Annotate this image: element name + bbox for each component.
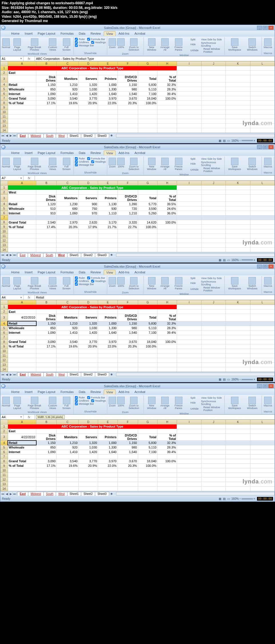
- row-header[interactable]: 12: [1, 238, 8, 243]
- col-header[interactable]: C: [57, 61, 79, 66]
- cell[interactable]: [158, 229, 177, 234]
- cell[interactable]: 1,000: [98, 82, 117, 87]
- ribbon-small-button[interactable]: Split: [186, 396, 196, 400]
- cell[interactable]: [158, 367, 177, 372]
- ribbon-button[interactable]: 100%: [117, 38, 125, 49]
- ribbon-button[interactable]: Freeze Panes: [171, 157, 186, 171]
- ribbon-button[interactable]: Full Screen: [61, 38, 73, 52]
- cell[interactable]: [98, 358, 117, 362]
- ribbon-check[interactable]: Gridlines: [75, 399, 89, 402]
- cell[interactable]: [177, 339, 201, 344]
- ribbon-button[interactable]: Zoom to Selection: [125, 276, 142, 291]
- cell[interactable]: [201, 335, 226, 339]
- cell[interactable]: [250, 124, 274, 128]
- close-button[interactable]: ×: [268, 145, 274, 149]
- cell[interactable]: [57, 486, 79, 491]
- sheet-tab[interactable]: Sheet3: [95, 372, 109, 376]
- cell[interactable]: 21.7%: [98, 225, 117, 229]
- cell[interactable]: [158, 105, 177, 110]
- cell[interactable]: [57, 468, 79, 473]
- col-header[interactable]: G: [138, 300, 157, 305]
- ribbon-button[interactable]: Normal: [2, 276, 10, 288]
- col-header[interactable]: D: [79, 181, 98, 185]
- cell[interactable]: Grand Total: [8, 459, 36, 463]
- cell[interactable]: 3,770: [79, 96, 98, 101]
- cell[interactable]: [250, 82, 274, 87]
- formula-content[interactable]: Retail: [35, 295, 274, 300]
- cell[interactable]: [117, 114, 138, 119]
- col-header[interactable]: H: [158, 61, 177, 66]
- cell[interactable]: [158, 114, 177, 119]
- cell[interactable]: [250, 119, 274, 124]
- cell[interactable]: [98, 335, 117, 339]
- name-box[interactable]: A7 ▾: [1, 176, 23, 180]
- zoom-control[interactable]: 160%−+: [232, 497, 255, 500]
- cell[interactable]: [117, 473, 138, 477]
- cell[interactable]: Wholesale: [8, 445, 36, 450]
- cell[interactable]: [117, 309, 138, 314]
- cell[interactable]: 1,000: [98, 440, 117, 445]
- cell[interactable]: [201, 330, 226, 335]
- col-header[interactable]: B: [36, 420, 57, 424]
- ribbon-button[interactable]: Save Workspace: [226, 38, 243, 52]
- row-header[interactable]: 6: [1, 211, 8, 216]
- col-header[interactable]: E: [98, 420, 117, 424]
- cell[interactable]: 19.6%: [57, 101, 79, 105]
- cell[interactable]: [57, 243, 79, 248]
- cell[interactable]: [201, 445, 226, 450]
- cell[interactable]: [177, 238, 201, 243]
- ribbon-small-button[interactable]: Unhide: [186, 48, 199, 53]
- cell[interactable]: 100.0%: [158, 459, 177, 463]
- col-header[interactable]: I: [177, 300, 201, 305]
- menu-item[interactable]: Home: [9, 31, 22, 36]
- cell[interactable]: [98, 190, 117, 195]
- cell[interactable]: [250, 101, 274, 105]
- tab-prev-icon[interactable]: ◀: [5, 373, 9, 376]
- ribbon-button[interactable]: New Window: [145, 396, 159, 410]
- cell[interactable]: [226, 119, 250, 124]
- ribbon-button[interactable]: Zoom: [108, 38, 116, 49]
- cell[interactable]: [177, 110, 201, 114]
- col-header[interactable]: F: [117, 181, 138, 185]
- row-header[interactable]: 9: [1, 463, 8, 468]
- cell[interactable]: [177, 119, 201, 124]
- cell[interactable]: Retail: [8, 202, 36, 206]
- sheet-tab[interactable]: Sheet1: [67, 253, 81, 257]
- cell[interactable]: [57, 353, 79, 358]
- cell[interactable]: 1,030: [79, 326, 98, 330]
- cell[interactable]: [250, 445, 274, 450]
- cell[interactable]: [36, 335, 57, 339]
- cell[interactable]: [177, 75, 201, 82]
- ribbon-button[interactable]: Zoom to Selection: [125, 157, 142, 171]
- cell[interactable]: [98, 114, 117, 119]
- header-cell[interactable]: Printers: [98, 75, 117, 82]
- cell[interactable]: [201, 314, 226, 321]
- sheet-tab[interactable]: Sheet3: [95, 134, 109, 138]
- maximize-button[interactable]: □: [263, 145, 268, 149]
- cell[interactable]: Grand Total: [8, 339, 36, 344]
- cell[interactable]: [201, 216, 226, 220]
- cell[interactable]: [226, 248, 250, 252]
- cell[interactable]: 100.0%: [138, 101, 157, 105]
- cell[interactable]: [226, 463, 250, 468]
- cell[interactable]: 750: [79, 206, 98, 211]
- fx-button[interactable]: fx: [23, 295, 35, 300]
- row-header[interactable]: 13: [1, 124, 8, 128]
- cell[interactable]: [117, 70, 138, 75]
- cell[interactable]: [158, 358, 177, 362]
- col-header[interactable]: C: [57, 420, 79, 424]
- cell[interactable]: Retail: [8, 440, 36, 445]
- cell[interactable]: [226, 326, 250, 330]
- cell[interactable]: [177, 330, 201, 335]
- row-header[interactable]: 6: [1, 450, 8, 454]
- menu-item[interactable]: Insert: [22, 151, 35, 155]
- menu-item[interactable]: Data: [76, 390, 87, 394]
- cell[interactable]: 22.7%: [117, 225, 138, 229]
- cell[interactable]: [8, 349, 36, 353]
- row-header[interactable]: 13: [1, 482, 8, 486]
- cell[interactable]: [250, 75, 274, 82]
- cell[interactable]: [8, 124, 36, 128]
- cell[interactable]: 1,000: [98, 321, 117, 326]
- cell[interactable]: [226, 216, 250, 220]
- maximize-button[interactable]: □: [263, 264, 268, 268]
